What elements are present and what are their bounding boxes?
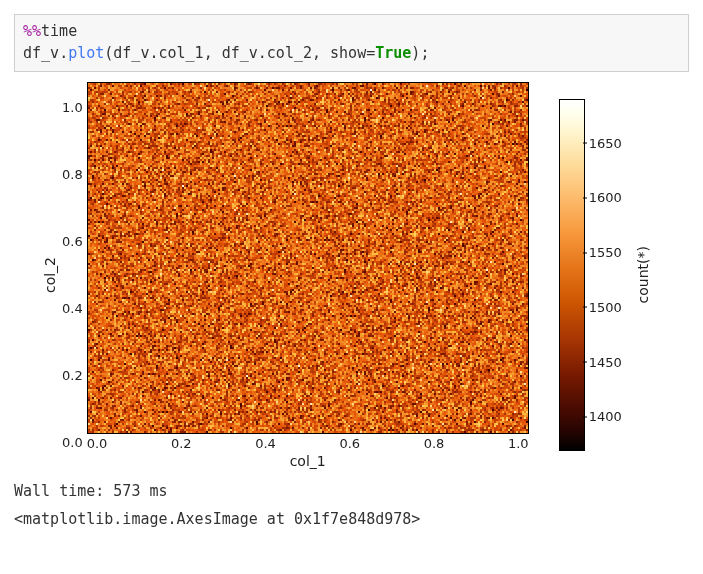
colorbar-tick: 1500 bbox=[589, 299, 622, 314]
wall-time: Wall time: 573 ms bbox=[14, 477, 689, 506]
y-axis-label: col_2 bbox=[42, 257, 58, 293]
figure: col_2 1.0 0.8 0.6 0.4 0.2 0.0 0.0 0.2 0.… bbox=[42, 82, 689, 469]
colorbar-tick: 1650 bbox=[589, 135, 622, 150]
magic-name: time bbox=[41, 22, 77, 40]
colorbar-tick: 1400 bbox=[589, 409, 622, 424]
x-tick: 1.0 bbox=[508, 436, 529, 451]
output-text: Wall time: 573 ms <matplotlib.image.Axes… bbox=[14, 477, 689, 534]
repr-output: <matplotlib.image.AxesImage at 0x1f7e848… bbox=[14, 505, 689, 534]
x-tick: 0.0 bbox=[87, 436, 108, 451]
x-tick: 0.2 bbox=[171, 436, 192, 451]
y-tick: 0.4 bbox=[62, 301, 83, 316]
y-tick: 0.6 bbox=[62, 234, 83, 249]
colorbar: 140014501500155016001650 count(*) bbox=[559, 82, 651, 469]
code-obj: df_v bbox=[23, 44, 59, 62]
colorbar-label: count(*) bbox=[635, 246, 651, 303]
y-ticks: 1.0 0.8 0.6 0.4 0.2 0.0 bbox=[62, 100, 87, 450]
colorbar-tick: 1450 bbox=[589, 354, 622, 369]
y-tick: 0.8 bbox=[62, 167, 83, 182]
magic-percent: %% bbox=[23, 22, 41, 40]
code-cell: %%time df_v.plot(df_v.col_1, df_v.col_2,… bbox=[14, 14, 689, 72]
y-tick: 1.0 bbox=[62, 100, 83, 115]
colorbar-gradient bbox=[559, 99, 585, 451]
colorbar-tick: 1550 bbox=[589, 245, 622, 260]
x-tick: 0.8 bbox=[424, 436, 445, 451]
x-ticks: 0.0 0.2 0.4 0.6 0.8 1.0 bbox=[87, 436, 529, 451]
y-tick: 0.0 bbox=[62, 435, 83, 450]
code-method: plot bbox=[68, 44, 104, 62]
colorbar-ticks: 140014501500155016001650 bbox=[585, 99, 631, 449]
colorbar-tick: 1600 bbox=[589, 190, 622, 205]
x-tick: 0.6 bbox=[339, 436, 360, 451]
y-tick: 0.2 bbox=[62, 368, 83, 383]
heatmap-plot bbox=[87, 82, 529, 434]
x-axis-label: col_1 bbox=[87, 453, 529, 469]
x-tick: 0.4 bbox=[255, 436, 276, 451]
heatmap-canvas bbox=[88, 83, 528, 433]
